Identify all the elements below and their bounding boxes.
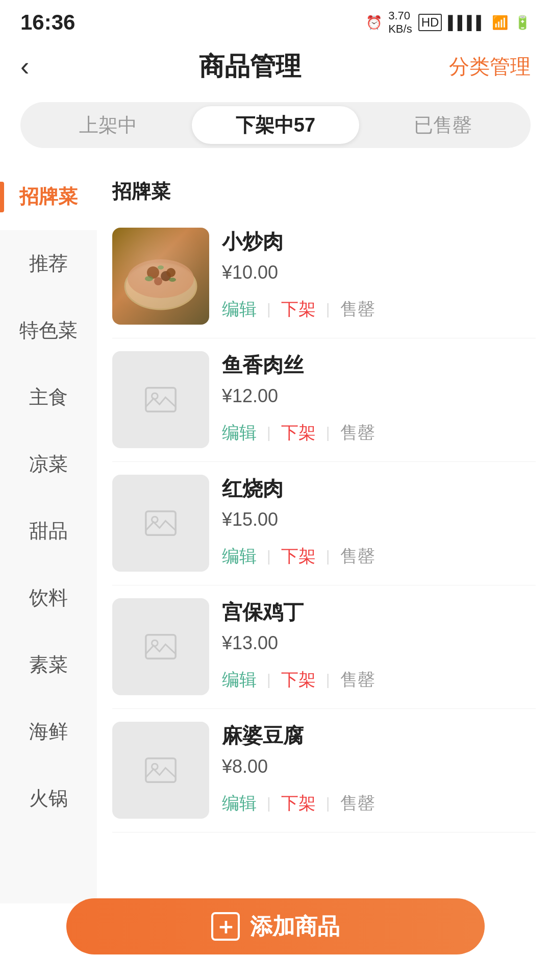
product-list: 招牌菜 小炒肉 ¥10.00 [97, 163, 551, 903]
product-image-4 [112, 598, 209, 695]
tab-sold-out[interactable]: 已售罄 [359, 106, 527, 144]
svg-point-5 [154, 277, 162, 285]
product-actions-4: 编辑 | 下架 | 售罄 [222, 664, 536, 696]
product-image-2 [112, 351, 209, 448]
svg-point-13 [152, 517, 158, 523]
sidebar-item-veg[interactable]: 素菜 [0, 631, 97, 698]
soldout-button-3[interactable]: 售罄 [340, 541, 375, 572]
product-name-4: 宫保鸡丁 [222, 598, 536, 626]
svg-point-1 [125, 263, 196, 309]
hd-icon: HD [418, 14, 442, 31]
plus-icon: ＋ [211, 912, 240, 941]
edit-button-1[interactable]: 编辑 [222, 293, 257, 325]
product-image-3 [112, 475, 209, 572]
product-name-1: 小炒肉 [222, 228, 536, 256]
sidebar-item-special[interactable]: 特色菜 [0, 297, 97, 364]
product-name-3: 红烧肉 [222, 475, 536, 503]
signal-icon: ▌▌▌▌ [448, 15, 486, 31]
image-placeholder-icon [143, 752, 179, 788]
wifi-icon: 📶 [492, 15, 508, 31]
product-info-2: 鱼香肉丝 ¥12.00 编辑 | 下架 | 售罄 [222, 351, 536, 449]
product-info-4: 宫保鸡丁 ¥13.00 编辑 | 下架 | 售罄 [222, 598, 536, 696]
status-icons: ⏰ 3.70KB/s HD ▌▌▌▌ 📶 🔋 [366, 9, 531, 36]
table-row: 宫保鸡丁 ¥13.00 编辑 | 下架 | 售罄 [112, 585, 536, 709]
svg-point-15 [152, 640, 158, 646]
sidebar-item-dessert[interactable]: 甜品 [0, 498, 97, 565]
sidebar-item-hotpot[interactable]: 火锅 [0, 765, 97, 832]
product-price-1: ¥10.00 [222, 262, 536, 283]
svg-rect-12 [146, 511, 176, 535]
product-image-1 [112, 228, 209, 325]
soldout-button-4[interactable]: 售罄 [340, 664, 375, 696]
svg-rect-16 [146, 758, 176, 782]
main-layout: 招牌菜 推荐 特色菜 主食 凉菜 甜品 饮料 素菜 海鲜 火锅 招牌菜 [0, 163, 551, 903]
tab-on-shelf[interactable]: 上架中 [24, 106, 192, 144]
offline-button-1[interactable]: 下架 [281, 293, 316, 325]
svg-point-8 [169, 278, 176, 282]
svg-point-0 [125, 263, 196, 309]
offline-button-4[interactable]: 下架 [281, 664, 316, 696]
status-time: 16:36 [20, 10, 75, 35]
svg-rect-10 [146, 388, 176, 412]
soldout-button-1[interactable]: 售罄 [340, 293, 375, 325]
product-info-1: 小炒肉 ¥10.00 编辑 | 下架 | 售罄 [222, 228, 536, 325]
clock-icon: ⏰ [366, 15, 382, 31]
table-row: 麻婆豆腐 ¥8.00 编辑 | 下架 | 售罄 [112, 709, 536, 832]
product-price-2: ¥12.00 [222, 385, 536, 407]
soldout-button-2[interactable]: 售罄 [340, 417, 375, 449]
battery-icon: 🔋 [514, 15, 531, 31]
sidebar-item-recommend[interactable]: 推荐 [0, 230, 97, 297]
tab-off-shelf[interactable]: 下架中57 [192, 106, 359, 144]
divider-1: | [267, 301, 271, 318]
image-placeholder-icon [143, 629, 179, 665]
svg-point-7 [145, 276, 153, 281]
svg-point-3 [147, 266, 159, 279]
divider-2: | [326, 301, 330, 318]
product-actions-5: 编辑 | 下架 | 售罄 [222, 788, 536, 819]
offline-button-3[interactable]: 下架 [281, 541, 316, 572]
page-title: 商品管理 [51, 50, 449, 84]
product-name-5: 麻婆豆腐 [222, 722, 536, 750]
product-info-3: 红烧肉 ¥15.00 编辑 | 下架 | 售罄 [222, 475, 536, 572]
header: ‹ 商品管理 分类管理 [0, 41, 551, 92]
sidebar-item-seafood[interactable]: 海鲜 [0, 698, 97, 765]
edit-button-3[interactable]: 编辑 [222, 541, 257, 572]
product-price-3: ¥15.00 [222, 509, 536, 530]
category-manage-button[interactable]: 分类管理 [449, 53, 531, 81]
svg-point-9 [158, 265, 164, 270]
tabs-container: 上架中 下架中57 已售罄 [20, 102, 531, 148]
edit-button-2[interactable]: 编辑 [222, 417, 257, 449]
edit-button-4[interactable]: 编辑 [222, 664, 257, 696]
table-row: 红烧肉 ¥15.00 编辑 | 下架 | 售罄 [112, 462, 536, 585]
sidebar-item-staple[interactable]: 主食 [0, 364, 97, 431]
svg-point-6 [166, 268, 176, 277]
add-button-label: 添加商品 [250, 912, 340, 942]
sidebar: 招牌菜 推荐 特色菜 主食 凉菜 甜品 饮料 素菜 海鲜 火锅 [0, 163, 97, 903]
add-product-button[interactable]: ＋ 添加商品 [66, 898, 485, 954]
offline-button-2[interactable]: 下架 [281, 417, 316, 449]
add-button-container: ＋ 添加商品 [66, 898, 485, 954]
product-price-5: ¥8.00 [222, 756, 536, 777]
sidebar-item-cold[interactable]: 凉菜 [0, 431, 97, 498]
svg-point-2 [128, 259, 194, 298]
network-speed: 3.70KB/s [388, 9, 412, 36]
product-price-4: ¥13.00 [222, 632, 536, 654]
image-placeholder-icon [143, 382, 179, 418]
svg-rect-14 [146, 635, 176, 659]
soldout-button-5[interactable]: 售罄 [340, 788, 375, 819]
sidebar-item-signature[interactable]: 招牌菜 [0, 163, 97, 230]
edit-button-5[interactable]: 编辑 [222, 788, 257, 819]
svg-point-11 [152, 393, 158, 399]
offline-button-5[interactable]: 下架 [281, 788, 316, 819]
product-actions-2: 编辑 | 下架 | 售罄 [222, 417, 536, 449]
svg-point-17 [152, 764, 158, 770]
table-row: 小炒肉 ¥10.00 编辑 | 下架 | 售罄 [112, 215, 536, 338]
category-title: 招牌菜 [112, 163, 536, 215]
svg-point-4 [161, 271, 171, 281]
table-row: 鱼香肉丝 ¥12.00 编辑 | 下架 | 售罄 [112, 338, 536, 462]
sidebar-item-drink[interactable]: 饮料 [0, 565, 97, 631]
image-placeholder-icon [143, 505, 179, 541]
product-name-2: 鱼香肉丝 [222, 351, 536, 379]
product-actions-3: 编辑 | 下架 | 售罄 [222, 541, 536, 572]
back-button[interactable]: ‹ [20, 51, 51, 82]
